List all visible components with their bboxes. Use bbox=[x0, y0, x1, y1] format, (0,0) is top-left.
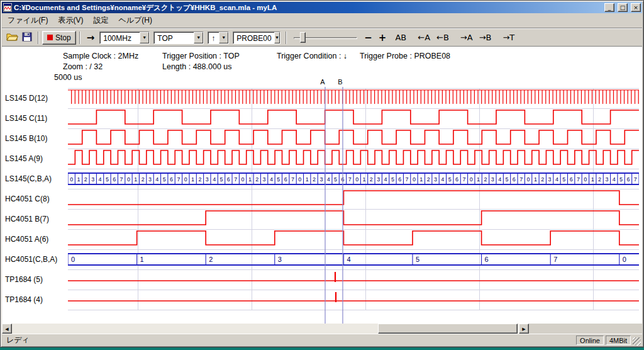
channel-label: LS145 D(12) bbox=[5, 93, 48, 103]
channel-label: HC4051 A(6) bbox=[5, 234, 48, 244]
bus-value: 2 bbox=[142, 176, 145, 183]
bus-value: 4 bbox=[99, 176, 102, 183]
chevron-down-icon[interactable]: ▼ bbox=[194, 32, 203, 43]
chevron-down-icon[interactable]: ▼ bbox=[274, 32, 280, 43]
run-button[interactable]: → bbox=[84, 31, 98, 45]
bus-value: 6 bbox=[227, 176, 230, 183]
bus-value: 1 bbox=[363, 176, 366, 183]
bus-value: 0 bbox=[242, 176, 245, 183]
bus-value: 1 bbox=[591, 176, 594, 183]
bus-value: 6 bbox=[170, 176, 173, 183]
bus-value: 1 bbox=[134, 176, 137, 183]
toolbar-separator bbox=[38, 31, 39, 44]
trigger-condition-info: Trigger Condition : ↓ bbox=[277, 52, 347, 60]
trace-bit bbox=[68, 150, 639, 164]
zoom-slider[interactable] bbox=[292, 31, 358, 45]
goto-trigger-button[interactable]: →T bbox=[499, 31, 518, 43]
channel-label: LS145 B(10) bbox=[5, 133, 47, 144]
zoom-out-button[interactable]: − bbox=[361, 31, 375, 45]
bus-value: 0 bbox=[298, 176, 301, 183]
bus-value: 7 bbox=[234, 176, 237, 183]
bus-value: 7 bbox=[348, 176, 352, 183]
bus-value: 5 bbox=[277, 176, 280, 183]
open-file-button[interactable] bbox=[4, 31, 19, 45]
bus-value: 1 bbox=[248, 176, 252, 183]
length-info: Length : 488.000 us bbox=[162, 62, 232, 71]
toolbar: Stop → 100MHz ▼ TOP ▼ ↑ ▼ PROBE00 ▼ − + … bbox=[2, 28, 642, 47]
bus-value: 3 bbox=[278, 256, 282, 263]
bus-value: 7 bbox=[406, 176, 409, 183]
channel-label: HC4051(C,B,A) bbox=[5, 254, 57, 264]
zoom-slider-thumb[interactable] bbox=[300, 32, 306, 43]
menu-file[interactable]: ファイル(F) bbox=[3, 13, 53, 28]
bus-value: 2 bbox=[427, 176, 430, 183]
bus-value: 0 bbox=[413, 176, 416, 183]
maximize-button[interactable]: □ bbox=[618, 3, 628, 12]
bus-value: 2 bbox=[598, 176, 601, 183]
bus-value: 5 bbox=[562, 176, 565, 183]
trigger-position-select[interactable]: TOP ▼ bbox=[153, 31, 204, 44]
channel-label: LS145 C(11) bbox=[5, 113, 47, 123]
bus-value: 0 bbox=[527, 176, 530, 183]
app-icon bbox=[3, 3, 12, 12]
bus-value: 2 bbox=[84, 176, 87, 183]
open-folder-icon bbox=[6, 32, 18, 41]
trigger-probe-info: Trigger Probe : PROBE08 bbox=[360, 52, 450, 60]
zoom-in-button[interactable]: + bbox=[375, 31, 390, 45]
menu-view[interactable]: 表示(V) bbox=[53, 13, 88, 28]
trigger-probe-select[interactable]: PROBE00 ▼ bbox=[233, 31, 280, 44]
goto-a-left-button[interactable]: ←A bbox=[414, 31, 433, 43]
stop-label: Stop bbox=[55, 33, 71, 42]
memory-status: 4MBit bbox=[606, 336, 631, 345]
scrollbar-thumb[interactable] bbox=[378, 324, 518, 334]
goto-b-right-button[interactable]: →B bbox=[476, 31, 495, 43]
bus-value: 3 bbox=[206, 176, 209, 183]
close-button[interactable]: × bbox=[631, 3, 641, 12]
floppy-icon bbox=[22, 32, 32, 42]
bus-value: 5 bbox=[448, 176, 452, 183]
chevron-down-icon[interactable]: ▼ bbox=[140, 32, 149, 43]
goto-b-left-button[interactable]: ←B bbox=[433, 31, 452, 43]
bus-value: 5 bbox=[391, 176, 394, 183]
menu-help[interactable]: ヘルプ(H) bbox=[113, 13, 157, 28]
bus-value: 7 bbox=[577, 176, 580, 183]
bus-value: 5 bbox=[163, 176, 166, 183]
bus-value: 0 bbox=[70, 176, 73, 183]
bus-value: 5 bbox=[416, 256, 419, 263]
minimize-button[interactable]: _ bbox=[604, 3, 614, 12]
menu-settings[interactable]: 設定 bbox=[88, 13, 113, 28]
menu-bar: ファイル(F) 表示(V) 設定 ヘルプ(H) bbox=[2, 13, 642, 28]
bus-value: 3 bbox=[491, 176, 494, 183]
channel-label: TP1684 (4) bbox=[5, 295, 43, 305]
bus-value: 0 bbox=[127, 176, 130, 183]
bus-value: 3 bbox=[148, 176, 152, 183]
trigger-edge-select[interactable]: ↑ ▼ bbox=[208, 31, 229, 44]
ab-button[interactable]: AB bbox=[392, 31, 409, 43]
app-window: C:¥Documents and Settings¥noname¥デスクトップ¥… bbox=[0, 0, 644, 347]
main-content: Sample Clock : 2MHz Trigger Position : T… bbox=[2, 47, 642, 324]
resize-grip[interactable] bbox=[633, 337, 641, 346]
cursor-a-label: A bbox=[320, 78, 325, 86]
window-title: C:¥Documents and Settings¥noname¥デスクトップ¥… bbox=[14, 3, 601, 13]
bus-value: 2 bbox=[313, 176, 316, 183]
bus-value: 4 bbox=[155, 176, 158, 183]
chevron-down-icon[interactable]: ▼ bbox=[219, 32, 228, 43]
bus-value: 5 bbox=[506, 176, 509, 183]
channel-label: HC4051 B(7) bbox=[5, 214, 49, 224]
bus-value: 6 bbox=[485, 256, 489, 263]
scroll-right-button[interactable]: ▶ bbox=[519, 324, 529, 334]
trace-bit bbox=[68, 191, 639, 205]
toolbar-separator bbox=[79, 31, 80, 44]
trace-strobe bbox=[68, 90, 639, 104]
save-button[interactable] bbox=[19, 31, 35, 45]
bus-value: 6 bbox=[113, 176, 116, 183]
stop-button[interactable]: Stop bbox=[42, 31, 76, 45]
title-bar: C:¥Documents and Settings¥noname¥デスクトップ¥… bbox=[2, 2, 642, 13]
goto-a-right-button[interactable]: →A bbox=[457, 31, 476, 43]
sample-clock-select[interactable]: 100MHz ▼ bbox=[99, 31, 150, 44]
trace-bit bbox=[68, 130, 639, 144]
trace-bit bbox=[68, 231, 639, 245]
bus-value: 3 bbox=[377, 176, 380, 183]
scroll-left-button[interactable]: ◀ bbox=[2, 324, 12, 334]
zoom-info: Zoom : / 32 bbox=[63, 62, 103, 71]
